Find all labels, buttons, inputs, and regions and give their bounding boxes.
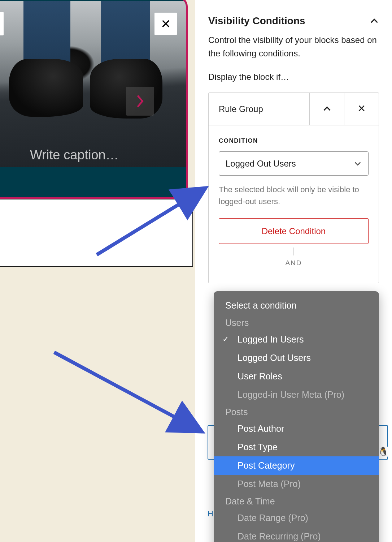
check-icon: ✓: [222, 334, 229, 345]
condition-help-text: The selected block will only be visible …: [219, 184, 369, 207]
selected-image-block[interactable]: ✕ Write caption…: [0, 0, 188, 199]
block-handle[interactable]: [0, 12, 4, 35]
delete-condition-button[interactable]: Delete Condition: [219, 218, 369, 244]
chevron-up-icon: [322, 104, 332, 113]
dropdown-group-label: Users: [214, 315, 379, 330]
panel-title: Visibility Conditions: [208, 15, 305, 27]
panel-description: Control the visibility of your blocks ba…: [208, 33, 379, 60]
editor-canvas: ✕ Write caption…: [0, 0, 195, 542]
dropdown-option[interactable]: Post Category: [214, 456, 379, 475]
dropdown-option[interactable]: Post Type: [214, 438, 379, 456]
dropdown-option[interactable]: User Roles: [214, 367, 379, 386]
dropdown-group-label: Posts: [214, 404, 379, 420]
rule-group-title: Rule Group: [209, 93, 309, 125]
display-if-label: Display the block if…: [208, 70, 379, 83]
close-icon: ✕: [357, 101, 366, 116]
dropdown-option[interactable]: Post Author: [214, 420, 379, 438]
panel-header[interactable]: Visibility Conditions: [195, 0, 392, 33]
chevron-up-icon: [370, 16, 379, 26]
empty-block-placeholder[interactable]: [0, 199, 193, 267]
condition-select-value: Logged Out Users: [226, 157, 296, 170]
and-connector: AND: [219, 244, 369, 268]
dropdown-option: Post Meta (Pro): [214, 475, 379, 493]
and-label: AND: [219, 258, 369, 268]
dropdown-option: Logged-in User Meta (Pro): [214, 386, 379, 404]
dropdown-option: Date Recurring (Pro): [214, 527, 379, 542]
condition-select[interactable]: Logged Out Users: [219, 151, 369, 176]
remove-image-button[interactable]: ✕: [154, 13, 177, 35]
gallery-next-button[interactable]: [126, 87, 154, 116]
collapse-rule-group-button[interactable]: [309, 93, 344, 125]
dropdown-option[interactable]: Logged In Users✓: [214, 330, 379, 349]
chevron-down-icon: [354, 160, 362, 168]
dropdown-option: Date Range (Pro): [214, 509, 379, 527]
condition-label: CONDITION: [219, 136, 369, 146]
dropdown-option[interactable]: Logged Out Users: [214, 349, 379, 367]
caption-input[interactable]: Write caption…: [30, 147, 118, 163]
delete-rule-group-button[interactable]: ✕: [344, 93, 379, 125]
chevron-right-icon: [135, 94, 145, 108]
rule-group: Rule Group ✕ CONDITION Logged Out Users: [208, 93, 379, 283]
collapse-panel-button[interactable]: [370, 16, 379, 26]
dropdown-placeholder[interactable]: Select a condition: [214, 296, 379, 315]
dropdown-group-label: Date & Time: [214, 493, 379, 509]
close-icon: ✕: [161, 17, 171, 31]
condition-dropdown[interactable]: Select a condition UsersLogged In Users✓…: [214, 291, 379, 542]
